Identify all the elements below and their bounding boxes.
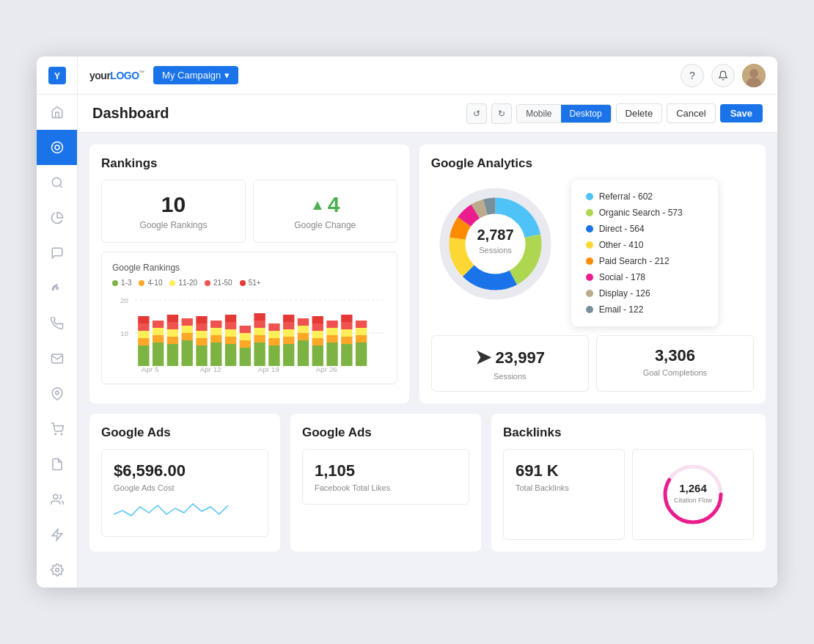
svg-rect-90 <box>356 328 367 335</box>
sessions-arrow-icon: ➤ <box>475 346 491 369</box>
svg-rect-85 <box>341 329 352 337</box>
svg-rect-60 <box>254 313 265 321</box>
svg-rect-39 <box>196 338 207 345</box>
donut-segments: 2,787 Sessions <box>457 206 533 282</box>
legend-dot-4-10 <box>139 280 144 286</box>
sidebar-item-location[interactable] <box>37 376 77 411</box>
sidebar-item-search[interactable] <box>37 165 77 200</box>
svg-rect-38 <box>196 345 207 366</box>
svg-rect-83 <box>341 344 352 366</box>
bottom-row: Google Ads $6,596.00 Google Ads Cost Goo… <box>89 414 766 552</box>
undo-button[interactable]: ↺ <box>466 103 487 124</box>
redo-button[interactable]: ↻ <box>491 103 512 124</box>
svg-rect-89 <box>356 335 367 343</box>
chart-title: Google Rankings <box>112 263 386 273</box>
legend-1-3: 1-3 <box>112 279 131 287</box>
sidebar-item-settings[interactable] <box>37 552 77 588</box>
svg-rect-91 <box>356 321 367 328</box>
sidebar-item-messages[interactable] <box>37 235 77 271</box>
svg-rect-72 <box>298 326 309 333</box>
goal-completions-label: Goal Completions <box>607 368 743 377</box>
up-arrow-icon: ▲ <box>310 197 325 213</box>
mobile-view-button[interactable]: Mobile <box>517 105 560 122</box>
google-change-card: ▲ 4 Google Change <box>253 180 397 243</box>
svg-rect-26 <box>153 335 164 343</box>
rankings-section: Rankings 10 Google Rankings ▲ 4 Google C… <box>89 144 409 403</box>
goal-completions-value: 3,306 <box>607 346 743 365</box>
google-ads-section-2: Google Ads 1,105 Facebook Total Likes <box>290 414 481 552</box>
sidebar-item-integrations[interactable] <box>37 517 77 552</box>
svg-rect-75 <box>312 338 323 345</box>
svg-rect-34 <box>182 340 193 366</box>
cancel-button[interactable]: Cancel <box>667 103 715 123</box>
help-button[interactable]: ? <box>681 64 704 87</box>
sidebar-item-monitor[interactable] <box>37 271 77 306</box>
svg-text:Apr 19: Apr 19 <box>258 365 279 373</box>
legend-11-20: 11-20 <box>169 279 197 287</box>
svg-marker-11 <box>52 530 62 541</box>
legend-email: Email - 122 <box>586 304 703 315</box>
sidebar-item-email[interactable] <box>37 341 77 376</box>
goal-completions-stat-card: 3,306 Goal Completions <box>596 335 754 392</box>
bar-chart-svg: 20 10 <box>112 293 386 373</box>
svg-rect-79 <box>326 343 337 366</box>
display-dot <box>586 290 593 297</box>
user-avatar[interactable] <box>742 64 766 87</box>
svg-point-7 <box>55 391 59 395</box>
chevron-down-icon: ▾ <box>224 70 230 81</box>
svg-point-4 <box>52 178 61 186</box>
bar-chart: 20 10 <box>112 293 386 373</box>
svg-rect-84 <box>341 337 352 344</box>
social-dot <box>586 274 593 281</box>
donut-chart-wrapper: 2,787 Sessions <box>431 180 560 308</box>
sidebar-logo-area: Y <box>37 56 77 95</box>
svg-rect-78 <box>312 316 323 323</box>
legend-social: Social - 178 <box>586 272 703 282</box>
google-rankings-card: 10 Google Rankings <box>101 180 246 243</box>
svg-line-5 <box>59 185 62 187</box>
total-backlinks-card: 691 K Total Backlinks <box>503 449 625 540</box>
chart-legend: 1-3 4-10 11-20 <box>112 279 386 287</box>
legend-51-plus: 51+ <box>240 279 261 287</box>
sidebar-item-dashboard[interactable] <box>37 130 77 165</box>
fb-likes-card: 1,105 Facebook Total Likes <box>302 449 469 505</box>
google-ads-section-1: Google Ads $6,596.00 Google Ads Cost <box>89 414 280 552</box>
svg-rect-44 <box>210 335 221 343</box>
desktop-view-button[interactable]: Desktop <box>561 105 611 122</box>
svg-point-9 <box>61 433 62 435</box>
referral-dot <box>586 193 593 200</box>
paid-search-dot <box>586 257 593 265</box>
delete-button[interactable]: Delete <box>616 103 663 123</box>
legend-dot-51-plus <box>240 280 246 286</box>
svg-rect-55 <box>240 326 251 333</box>
google-ads-title-2: Google Ads <box>302 425 469 440</box>
svg-rect-74 <box>312 345 323 366</box>
sidebar-item-home[interactable] <box>37 95 77 130</box>
citation-flow-circle: 1,264 Citation Flow <box>660 461 726 527</box>
backlinks-section: Backlinks 691 K Total Backlinks 1, <box>491 414 766 552</box>
svg-rect-68 <box>283 322 294 329</box>
legend-dot-21-50 <box>205 280 210 286</box>
svg-text:10: 10 <box>120 329 128 337</box>
sidebar-item-documents[interactable] <box>37 447 77 482</box>
save-button[interactable]: Save <box>720 104 763 122</box>
notifications-button[interactable] <box>711 64 735 87</box>
legend-referral: Referral - 602 <box>586 191 703 202</box>
total-backlinks-value: 691 K <box>516 461 612 480</box>
fb-likes-label: Facebook Total Likes <box>315 483 457 492</box>
svg-rect-54 <box>240 333 251 340</box>
direct-dot <box>586 225 593 233</box>
legend-display: Display - 126 <box>586 288 703 299</box>
sessions-value: ➤ 23,997 <box>442 346 578 369</box>
sidebar-item-reports[interactable] <box>37 200 77 235</box>
svg-rect-23 <box>138 323 149 331</box>
svg-rect-41 <box>196 323 207 331</box>
google-change-value: ▲ 4 <box>265 192 385 217</box>
sidebar-item-shopping[interactable] <box>37 411 77 447</box>
sidebar-item-users[interactable] <box>37 482 77 517</box>
svg-rect-62 <box>268 338 279 345</box>
ads-cost-value: $6,596.00 <box>114 461 256 480</box>
sidebar-item-phone[interactable] <box>37 306 77 341</box>
rankings-stats-row: 10 Google Rankings ▲ 4 Google Change <box>101 180 397 243</box>
campaign-button[interactable]: My Campaign ▾ <box>153 66 238 84</box>
